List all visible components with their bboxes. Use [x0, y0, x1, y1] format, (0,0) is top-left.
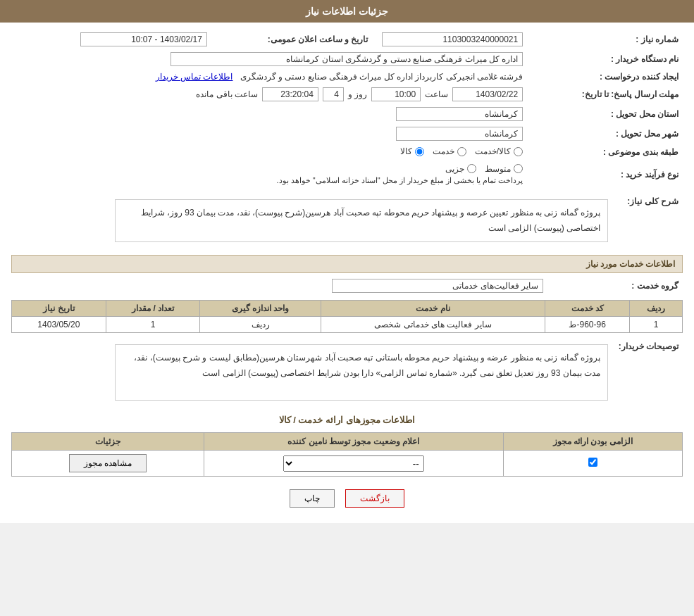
service-row: 1 960-96-ط سایر فعالیت های خدماتی شخصی ر…	[12, 317, 683, 333]
purchase-note: پرداخت تمام یا بخشی از مبلغ خریدار از مح…	[277, 176, 523, 184]
purchase-medium-label: متوسط	[485, 164, 511, 174]
page-title: جزئیات اطلاعات نیاز	[0, 0, 694, 23]
col-service-code: کد خدمت	[545, 301, 629, 317]
delivery-province-label: استان محل تحویل :	[527, 104, 683, 124]
license-table: الزامی بودن ارائه مجوز اعلام وضعیت مجوز …	[11, 432, 683, 477]
col-unit: واحد اندازه گیری	[200, 301, 321, 317]
category-goods-service-radio[interactable]	[514, 147, 523, 156]
purchase-medium: متوسط	[485, 164, 523, 174]
category-service-label: خدمت	[433, 146, 454, 156]
need-number-label: شماره نیاز :	[527, 30, 683, 49]
delivery-city-label: شهر محل تحویل :	[527, 124, 683, 144]
col-details: جزئیات	[12, 433, 204, 451]
description-label: شرح کلی نیاز:	[612, 192, 683, 249]
purchase-medium-radio[interactable]	[514, 164, 523, 173]
back-button[interactable]: بازگشت	[345, 489, 404, 508]
category-service: خدمت	[433, 146, 466, 156]
purchase-part: جزیی	[445, 164, 476, 174]
license-row: -- مشاهده مجوز	[12, 451, 683, 477]
remaining-label: ساعت باقی مانده	[196, 89, 258, 99]
response-days: 4	[323, 87, 344, 101]
category-goods-radio[interactable]	[415, 147, 424, 156]
delivery-city-value: کرمانشاه	[396, 127, 523, 141]
services-section-header: اطلاعات خدمات مورد نیاز	[11, 255, 683, 273]
category-goods-service: کالا/خدمت	[475, 146, 523, 156]
requester-value: فرشته غلامی انجیرکی کاربرداز اداره کل می…	[240, 72, 523, 82]
response-date: 1403/02/22	[452, 87, 523, 101]
need-number-value: 1103003240000021	[382, 32, 523, 46]
response-remaining: 23:20:04	[262, 87, 318, 101]
category-goods: کالا	[400, 146, 424, 156]
time-label: ساعت	[425, 89, 448, 99]
col-date: تاریخ نیاز	[12, 301, 106, 317]
purchase-part-radio[interactable]	[467, 164, 476, 173]
category-service-radio[interactable]	[457, 147, 466, 156]
service-row-unit: ردیف	[200, 317, 321, 333]
purchase-type-label: نوع فرآیند خرید :	[527, 161, 683, 189]
service-row-date: 1403/05/20	[12, 317, 106, 333]
service-row-name: سایر فعالیت های خدماتی شخصی	[321, 317, 545, 333]
col-supplier-status: اعلام وضعیت مجوز توسط نامین کننده	[204, 433, 503, 451]
requester-label: ایجاد کننده درخواست :	[527, 69, 683, 84]
service-row-quantity: 1	[106, 317, 200, 333]
services-table: ردیف کد خدمت نام خدمت واحد اندازه گیری ت…	[11, 300, 683, 333]
service-row-num: 1	[630, 317, 683, 333]
buyer-org-value: اداره کل میراث فرهنگی صنایع دستی و گردشگ…	[171, 52, 523, 66]
delivery-province-value: کرمانشاه	[396, 107, 523, 121]
announcement-label: تاریخ و ساعت اعلان عمومی:	[211, 30, 372, 49]
col-row-num: ردیف	[630, 301, 683, 317]
response-deadline-label: مهلت ارسال پاسخ: تا تاریخ:	[527, 84, 683, 104]
description-text: پروژه گمانه زنی به منظور تعیین عرصه و پی…	[115, 199, 608, 242]
buyer-notes-text: پروژه گمانه زنی به منظور عرضه و پیشنهاد …	[115, 344, 608, 401]
service-group-value: سایر فعالیت‌های خدماتی	[332, 279, 543, 293]
license-required-checkbox[interactable]	[588, 458, 597, 467]
col-license-required: الزامی بودن ارائه مجوز	[503, 433, 682, 451]
licenses-section-header: اطلاعات مجوزهای ارائه خدمت / کالا	[11, 412, 683, 428]
days-label: روز و	[348, 89, 367, 99]
announcement-datetime: 1403/02/17 - 10:07	[80, 32, 207, 46]
view-license-button[interactable]: مشاهده مجوز	[69, 454, 147, 472]
response-time: 10:00	[371, 87, 421, 101]
service-group-label: گروه خدمت :	[547, 276, 683, 296]
buyer-org-label: نام دستگاه خریدار :	[527, 49, 683, 69]
print-button[interactable]: چاپ	[290, 489, 335, 508]
category-goods-label: کالا	[400, 146, 412, 156]
requester-contact-link[interactable]: اطلاعات تماس خریدار	[156, 72, 233, 82]
purchase-part-label: جزیی	[445, 164, 464, 174]
category-goods-service-label: کالا/خدمت	[475, 146, 511, 156]
button-row: بازگشت چاپ	[11, 481, 683, 516]
col-service-name: نام خدمت	[321, 301, 545, 317]
buyer-notes-label: توصیحات خریدار:	[612, 337, 683, 408]
col-quantity: تعداد / مقدار	[106, 301, 200, 317]
category-label: طبقه بندی موضوعی :	[527, 144, 683, 161]
service-row-code: 960-96-ط	[545, 317, 629, 333]
supplier-status-select[interactable]: --	[283, 455, 424, 472]
